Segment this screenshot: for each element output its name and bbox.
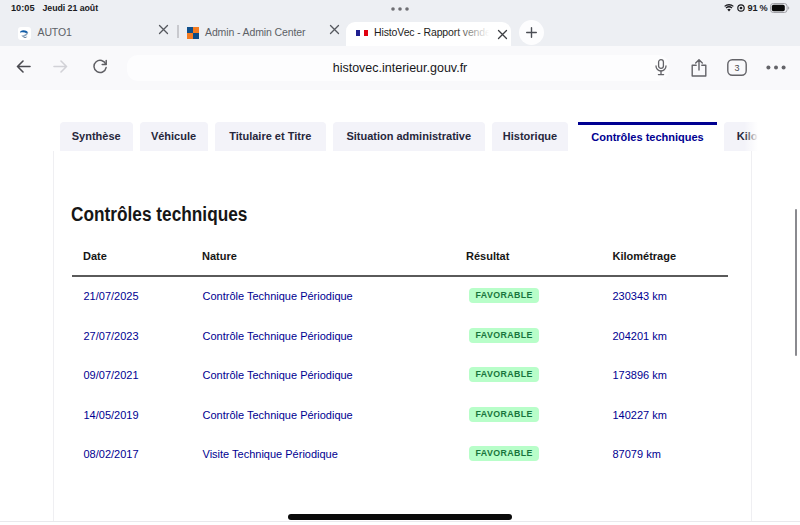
svg-text:3: 3 — [734, 63, 739, 73]
